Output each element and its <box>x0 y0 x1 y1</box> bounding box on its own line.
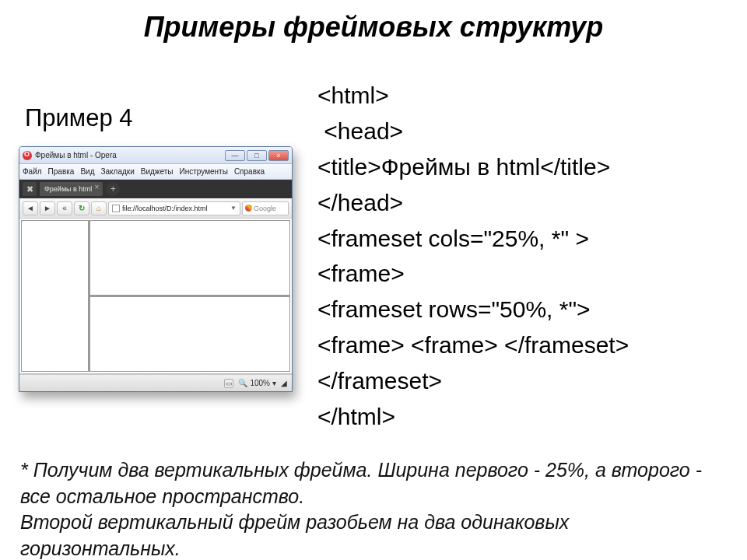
footnote-line-2: Второй вертикальный фрейм разобьем на дв… <box>20 509 721 560</box>
view-mode-icon[interactable]: ▭ <box>224 379 233 388</box>
panel-toggle-icon[interactable]: ✖ <box>23 182 37 196</box>
nav-toolbar: ◄ ► « ↻ ⌂ file://localhost/D:/index.html… <box>19 198 292 219</box>
frame-right-top <box>89 220 291 296</box>
code-line: <head> <box>317 114 730 149</box>
zoom-control[interactable]: 🔍 100% ▾ <box>238 379 276 387</box>
menu-item-file[interactable]: Файл <box>23 167 42 176</box>
maximize-button[interactable]: □ <box>247 150 267 161</box>
tab-bar: ✖ Фреймы в html × + <box>19 180 292 198</box>
page-viewport <box>19 219 292 374</box>
new-tab-button[interactable]: + <box>106 182 120 196</box>
browser-tab[interactable]: Фреймы в html × <box>40 182 103 196</box>
close-button[interactable]: × <box>268 150 289 161</box>
back-button[interactable]: ◄ <box>23 201 38 215</box>
home-button[interactable]: ⌂ <box>91 201 107 215</box>
browser-window: Фреймы в html - Opera — □ × Файл Правка … <box>19 146 293 392</box>
window-titlebar: Фреймы в html - Opera — □ × <box>19 147 292 164</box>
zoom-value: 100% <box>250 379 270 387</box>
code-line: <frameset cols="25%, *" > <box>317 221 730 257</box>
opera-icon <box>23 151 32 160</box>
menu-item-widgets[interactable]: Виджеты <box>141 167 174 176</box>
url-text: file://localhost/D:/index.html <box>122 205 228 212</box>
forward-button[interactable]: ► <box>40 201 55 215</box>
reload-button[interactable]: ↻ <box>74 201 89 215</box>
menu-bar: Файл Правка Вид Закладки Виджеты Инструм… <box>19 164 292 180</box>
address-dropdown-icon[interactable]: ▼ <box>230 205 237 212</box>
footnote-line-1: * Получим два вертикальных фрейма. Ширин… <box>20 457 721 509</box>
search-placeholder: Google <box>254 205 286 212</box>
frame-right-set <box>89 220 291 372</box>
rewind-button[interactable]: « <box>57 201 72 215</box>
footnote: * Получим два вертикальных фрейма. Ширин… <box>20 457 721 560</box>
code-line: <title>Фреймы в html</title> <box>317 149 730 185</box>
zoom-icon: 🔍 <box>238 379 247 387</box>
code-line: </html> <box>317 399 730 435</box>
frame-left <box>21 220 89 372</box>
code-line: <frame> <frame> </frameset> <box>317 327 730 363</box>
code-line: </head> <box>317 185 730 221</box>
tab-label: Фреймы в html <box>44 185 92 193</box>
frame-right-bottom <box>89 296 291 372</box>
code-line: <frame> <box>317 256 730 292</box>
page-icon <box>112 205 120 212</box>
menu-item-bookmarks[interactable]: Закладки <box>100 167 134 176</box>
slide-title: Примеры фреймовых структур <box>0 11 747 44</box>
google-icon <box>245 205 252 212</box>
resize-grip-icon: ◢ <box>281 379 287 387</box>
menu-item-view[interactable]: Вид <box>80 167 94 176</box>
status-bar: ▭ 🔍 100% ▾ ◢ <box>19 374 292 391</box>
minimize-button[interactable]: — <box>225 150 245 161</box>
code-line: </frameset> <box>317 363 730 399</box>
code-line: <frameset rows="50%, *"> <box>317 292 730 327</box>
tab-close-icon[interactable]: × <box>93 184 100 191</box>
code-listing: <html> <head> <title>Фреймы в html</titl… <box>317 78 730 435</box>
address-bar[interactable]: file://localhost/D:/index.html ▼ <box>108 201 240 215</box>
menu-item-tools[interactable]: Инструменты <box>180 167 228 176</box>
code-line: <html> <box>317 78 730 114</box>
window-title: Фреймы в html - Opera <box>35 151 222 159</box>
menu-item-help[interactable]: Справка <box>234 167 265 176</box>
zoom-dropdown-icon[interactable]: ▾ <box>272 379 276 387</box>
search-box[interactable]: Google <box>242 201 289 215</box>
menu-item-edit[interactable]: Правка <box>48 167 75 176</box>
example-label: Пример 4 <box>25 104 133 132</box>
